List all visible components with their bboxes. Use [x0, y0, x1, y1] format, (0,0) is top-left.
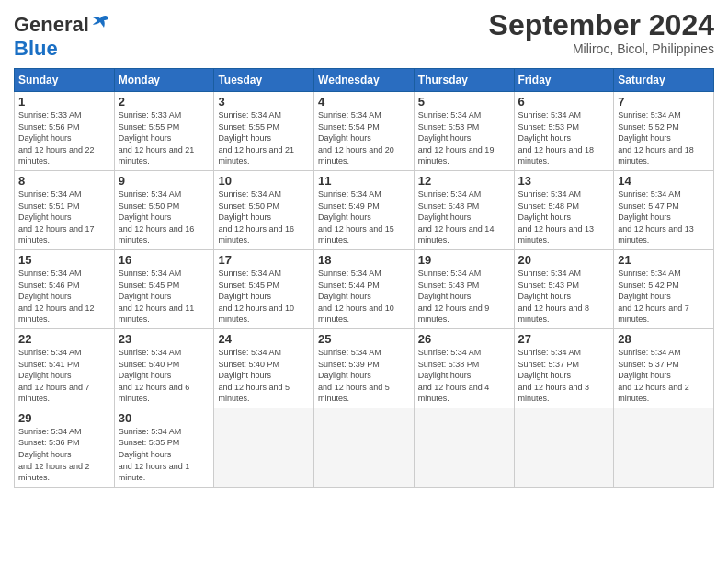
day-number: 22 — [18, 332, 110, 346]
table-cell — [314, 408, 415, 487]
day-number: 4 — [318, 95, 410, 109]
table-cell: 14Sunrise: 5:34 AMSunset: 5:47 PMDayligh… — [614, 170, 714, 249]
day-info: Sunrise: 5:34 AMSunset: 5:48 PMDaylight … — [418, 189, 510, 247]
day-number: 14 — [618, 174, 710, 188]
day-number: 15 — [18, 253, 110, 267]
day-number: 28 — [618, 332, 710, 346]
table-cell: 22Sunrise: 5:34 AMSunset: 5:41 PMDayligh… — [15, 328, 115, 408]
table-cell: 13Sunrise: 5:34 AMSunset: 5:48 PMDayligh… — [514, 170, 614, 249]
day-info: Sunrise: 5:34 AMSunset: 5:40 PMDaylight … — [218, 347, 310, 405]
table-cell — [514, 408, 614, 487]
day-info: Sunrise: 5:34 AMSunset: 5:43 PMDaylight … — [518, 268, 610, 326]
day-info: Sunrise: 5:34 AMSunset: 5:37 PMDaylight … — [518, 347, 610, 405]
table-cell: 16Sunrise: 5:34 AMSunset: 5:45 PMDayligh… — [114, 249, 214, 328]
day-number: 9 — [119, 174, 210, 188]
day-info: Sunrise: 5:34 AMSunset: 5:35 PMDaylight … — [119, 426, 210, 484]
header: General Blue September 2024 Miliroc, Bic… — [14, 9, 714, 61]
table-cell: 20Sunrise: 5:34 AMSunset: 5:43 PMDayligh… — [514, 249, 614, 328]
table-cell: 9Sunrise: 5:34 AMSunset: 5:50 PMDaylight… — [114, 170, 214, 249]
day-number: 17 — [218, 253, 310, 267]
day-info: Sunrise: 5:34 AMSunset: 5:48 PMDaylight … — [518, 189, 610, 247]
table-cell — [414, 408, 514, 487]
location: Miliroc, Bicol, Philippines — [489, 41, 714, 56]
table-cell: 19Sunrise: 5:34 AMSunset: 5:43 PMDayligh… — [414, 249, 514, 328]
col-saturday: Saturday — [614, 69, 714, 92]
day-number: 8 — [18, 174, 110, 188]
table-cell: 27Sunrise: 5:34 AMSunset: 5:37 PMDayligh… — [514, 328, 614, 408]
day-info: Sunrise: 5:34 AMSunset: 5:53 PMDaylight … — [518, 109, 610, 167]
day-number: 23 — [119, 332, 210, 346]
day-info: Sunrise: 5:34 AMSunset: 5:44 PMDaylight … — [318, 268, 410, 326]
title-block: September 2024 Miliroc, Bicol, Philippin… — [489, 9, 714, 56]
table-cell: 26Sunrise: 5:34 AMSunset: 5:38 PMDayligh… — [414, 328, 514, 408]
calendar-table: Sunday Monday Tuesday Wednesday Thursday… — [14, 68, 714, 488]
day-number: 21 — [618, 253, 710, 267]
day-number: 26 — [418, 332, 510, 346]
day-number: 20 — [518, 253, 610, 267]
calendar-week-row: 8Sunrise: 5:34 AMSunset: 5:51 PMDaylight… — [15, 170, 714, 249]
col-tuesday: Tuesday — [214, 69, 314, 92]
header-row: Sunday Monday Tuesday Wednesday Thursday… — [15, 69, 714, 92]
table-cell: 17Sunrise: 5:34 AMSunset: 5:45 PMDayligh… — [214, 249, 314, 328]
logo-bird-icon — [91, 15, 111, 31]
table-cell: 18Sunrise: 5:34 AMSunset: 5:44 PMDayligh… — [314, 249, 415, 328]
table-cell: 6Sunrise: 5:34 AMSunset: 5:53 PMDaylight… — [514, 92, 614, 171]
day-number: 16 — [119, 253, 210, 267]
day-info: Sunrise: 5:34 AMSunset: 5:36 PMDaylight … — [18, 426, 110, 484]
day-number: 5 — [418, 95, 510, 109]
day-number: 12 — [418, 174, 510, 188]
day-info: Sunrise: 5:34 AMSunset: 5:45 PMDaylight … — [119, 268, 210, 326]
table-cell: 23Sunrise: 5:34 AMSunset: 5:40 PMDayligh… — [114, 328, 214, 408]
table-cell: 5Sunrise: 5:34 AMSunset: 5:53 PMDaylight… — [414, 92, 514, 171]
table-cell: 10Sunrise: 5:34 AMSunset: 5:50 PMDayligh… — [214, 170, 314, 249]
table-cell: 4Sunrise: 5:34 AMSunset: 5:54 PMDaylight… — [314, 92, 415, 171]
table-cell: 8Sunrise: 5:34 AMSunset: 5:51 PMDaylight… — [15, 170, 115, 249]
table-cell: 11Sunrise: 5:34 AMSunset: 5:49 PMDayligh… — [314, 170, 415, 249]
col-wednesday: Wednesday — [314, 69, 415, 92]
day-number: 19 — [418, 253, 510, 267]
calendar-week-row: 29Sunrise: 5:34 AMSunset: 5:36 PMDayligh… — [15, 408, 714, 487]
day-info: Sunrise: 5:33 AMSunset: 5:55 PMDaylight … — [119, 109, 210, 167]
table-cell: 29Sunrise: 5:34 AMSunset: 5:36 PMDayligh… — [15, 408, 115, 487]
day-info: Sunrise: 5:34 AMSunset: 5:53 PMDaylight … — [418, 109, 510, 167]
calendar-week-row: 15Sunrise: 5:34 AMSunset: 5:46 PMDayligh… — [15, 249, 714, 328]
table-cell: 12Sunrise: 5:34 AMSunset: 5:48 PMDayligh… — [414, 170, 514, 249]
calendar-week-row: 1Sunrise: 5:33 AMSunset: 5:56 PMDaylight… — [15, 92, 714, 171]
table-cell: 1Sunrise: 5:33 AMSunset: 5:56 PMDaylight… — [15, 92, 115, 171]
logo: General Blue — [14, 13, 111, 61]
table-cell: 2Sunrise: 5:33 AMSunset: 5:55 PMDaylight… — [114, 92, 214, 171]
day-info: Sunrise: 5:34 AMSunset: 5:55 PMDaylight … — [218, 109, 310, 167]
day-info: Sunrise: 5:34 AMSunset: 5:45 PMDaylight … — [218, 268, 310, 326]
day-info: Sunrise: 5:34 AMSunset: 5:43 PMDaylight … — [418, 268, 510, 326]
day-info: Sunrise: 5:34 AMSunset: 5:50 PMDaylight … — [218, 189, 310, 247]
day-number: 24 — [218, 332, 310, 346]
col-monday: Monday — [114, 69, 214, 92]
day-info: Sunrise: 5:34 AMSunset: 5:49 PMDaylight … — [318, 189, 410, 247]
day-info: Sunrise: 5:34 AMSunset: 5:47 PMDaylight … — [618, 189, 710, 247]
day-number: 3 — [218, 95, 310, 109]
table-cell: 25Sunrise: 5:34 AMSunset: 5:39 PMDayligh… — [314, 328, 415, 408]
day-info: Sunrise: 5:34 AMSunset: 5:37 PMDaylight … — [618, 347, 710, 405]
day-number: 1 — [18, 95, 110, 109]
day-info: Sunrise: 5:34 AMSunset: 5:51 PMDaylight … — [18, 189, 110, 247]
day-info: Sunrise: 5:34 AMSunset: 5:41 PMDaylight … — [18, 347, 110, 405]
day-info: Sunrise: 5:34 AMSunset: 5:46 PMDaylight … — [18, 268, 110, 326]
day-info: Sunrise: 5:33 AMSunset: 5:56 PMDaylight … — [18, 109, 110, 167]
day-info: Sunrise: 5:34 AMSunset: 5:50 PMDaylight … — [119, 189, 210, 247]
day-info: Sunrise: 5:34 AMSunset: 5:39 PMDaylight … — [318, 347, 410, 405]
table-cell: 21Sunrise: 5:34 AMSunset: 5:42 PMDayligh… — [614, 249, 714, 328]
table-cell: 30Sunrise: 5:34 AMSunset: 5:35 PMDayligh… — [114, 408, 214, 487]
col-thursday: Thursday — [414, 69, 514, 92]
table-cell: 28Sunrise: 5:34 AMSunset: 5:37 PMDayligh… — [614, 328, 714, 408]
day-info: Sunrise: 5:34 AMSunset: 5:42 PMDaylight … — [618, 268, 710, 326]
day-number: 29 — [18, 411, 110, 425]
table-cell: 3Sunrise: 5:34 AMSunset: 5:55 PMDaylight… — [214, 92, 314, 171]
day-number: 13 — [518, 174, 610, 188]
day-number: 7 — [618, 95, 710, 109]
day-number: 25 — [318, 332, 410, 346]
logo-blue: Blue — [14, 37, 58, 61]
table-cell: 7Sunrise: 5:34 AMSunset: 5:52 PMDaylight… — [614, 92, 714, 171]
day-info: Sunrise: 5:34 AMSunset: 5:40 PMDaylight … — [119, 347, 210, 405]
table-cell — [614, 408, 714, 487]
table-cell: 15Sunrise: 5:34 AMSunset: 5:46 PMDayligh… — [15, 249, 115, 328]
